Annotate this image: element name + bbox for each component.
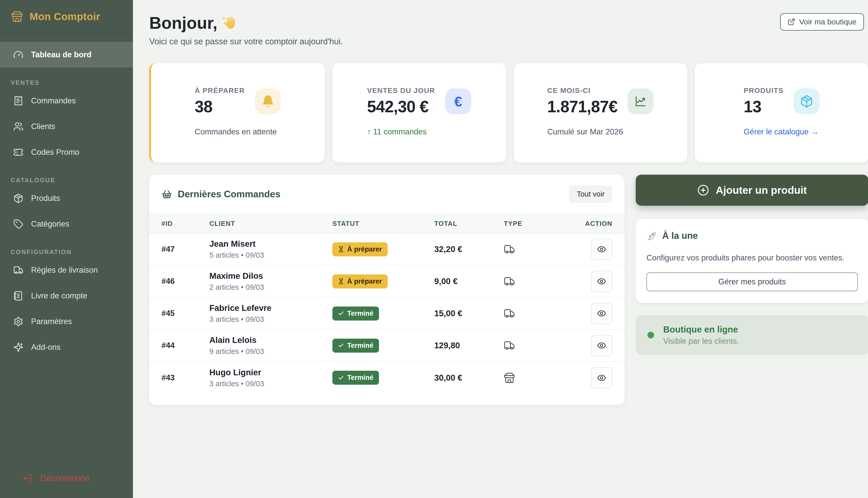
recent-orders-card: Dernières Commandes Tout voir #ID CLIENT… — [149, 175, 624, 405]
sidebar-item-livre-de-compte[interactable]: Livre de compte — [0, 283, 133, 309]
sidebar-item-label: Codes Promo — [31, 148, 79, 157]
stat-label: À PRÉPARER — [195, 87, 245, 95]
ledger-icon — [13, 291, 23, 301]
sidebar-item-regles-livraison[interactable]: Règles de livraison — [0, 257, 133, 283]
orders-title-label: Dernières Commandes — [178, 189, 281, 200]
view-order-button[interactable] — [591, 303, 612, 324]
manage-products-button[interactable]: Gérer mes produits — [646, 272, 858, 291]
logout-label: Déconnexion — [40, 474, 89, 483]
users-icon — [13, 121, 23, 132]
sidebar-section-catalogue: CATALOGUE — [0, 177, 133, 184]
hourglass-icon — [338, 278, 344, 284]
column-header-id: #ID — [149, 214, 209, 233]
order-total: 15,00 € — [434, 297, 504, 329]
sidebar-item-parametres[interactable]: Paramètres — [0, 309, 133, 334]
stat-card-a-preparer: À PRÉPARER 38 Commandes en attente — [149, 63, 325, 162]
client-name: Hugo Lignier — [209, 368, 332, 377]
order-total: 9,00 € — [434, 265, 504, 297]
sidebar-item-label: Add-ons — [31, 343, 60, 352]
column-header-status: STATUT — [332, 214, 434, 233]
external-link-icon — [788, 18, 795, 26]
order-details: 3 articles • 09/03 — [209, 380, 332, 388]
order-total: 129,80 — [434, 329, 504, 362]
shop-status-card: Boutique en ligne Visible par les client… — [636, 315, 868, 355]
stats-row: À PRÉPARER 38 Commandes en attente VENTE — [149, 63, 868, 162]
logout-button[interactable]: Déconnexion — [0, 474, 133, 498]
hourglass-icon — [338, 246, 344, 252]
table-row: #43 Hugo Lignier 3 articles • 09/03 Term… — [149, 362, 624, 394]
sidebar-item-codes-promo[interactable]: Codes Promo — [0, 139, 133, 165]
basket-icon — [161, 189, 172, 200]
page-header: Bonjour, Voici ce qui se passe sur votre… — [149, 13, 868, 46]
order-id: #44 — [149, 329, 209, 362]
app-title: Mon Comptoir — [29, 11, 100, 23]
stat-label: PRODUITS — [744, 87, 784, 95]
sidebar-item-dashboard[interactable]: Tableau de bord — [0, 42, 133, 67]
featured-card: À la une Configurez vos produits phares … — [636, 219, 868, 303]
order-details: 2 articles • 09/03 — [209, 283, 332, 291]
status-label: À préparer — [347, 277, 382, 285]
manage-catalog-link[interactable]: Gérer le catalogue → — [744, 127, 819, 136]
sidebar-item-commandes[interactable]: Commandes — [0, 88, 133, 114]
featured-text: Configurez vos produits phares pour boos… — [646, 252, 858, 263]
sidebar-item-categories[interactable]: Catégories — [0, 211, 133, 237]
view-order-button[interactable] — [591, 367, 612, 389]
eye-icon — [597, 309, 606, 318]
add-product-label: Ajouter un produit — [716, 184, 807, 196]
check-icon — [338, 310, 344, 316]
sidebar-item-label: Produits — [31, 194, 60, 203]
view-all-orders-button[interactable]: Tout voir — [569, 185, 612, 203]
order-total: 30,00 € — [434, 362, 504, 394]
shop-status-title: Boutique en ligne — [663, 324, 739, 335]
stat-card-ce-mois-ci: CE MOIS-CI 1.871,87€ Cumulé sur Mar 2026 — [514, 63, 687, 162]
stat-subtext: Commandes en attente — [195, 127, 281, 136]
eye-icon — [597, 373, 606, 382]
orders-table: #ID CLIENT STATUT TOTAL TYPE ACTION #47 … — [149, 214, 624, 394]
sidebar-item-label: Tableau de bord — [31, 50, 91, 59]
main-content: Bonjour, Voici ce qui se passe sur votre… — [133, 0, 868, 498]
client-name: Fabrice Lefevre — [209, 303, 332, 313]
app-logo: Mon Comptoir — [0, 0, 133, 34]
delivery-truck-icon — [504, 276, 515, 287]
rocket-icon — [646, 230, 658, 241]
ticket-icon — [13, 147, 23, 157]
sidebar-item-produits[interactable]: Produits — [0, 185, 133, 211]
waving-hand-icon — [222, 15, 237, 30]
plus-circle-icon — [697, 184, 709, 196]
order-id: #45 — [149, 297, 209, 329]
table-row: #45 Fabrice Lefevre 3 articles • 09/03 T… — [149, 297, 624, 329]
order-type — [504, 362, 575, 394]
status-badge: Terminé — [332, 371, 379, 385]
sidebar-section-ventes: VENTES — [0, 79, 133, 86]
view-shop-label: Voir ma boutique — [799, 17, 857, 26]
order-id: #43 — [149, 362, 209, 394]
sidebar: Mon Comptoir Tableau de bord VENTES Comm… — [0, 0, 133, 498]
order-details: 9 articles • 09/03 — [209, 347, 332, 356]
client-name: Jean Misert — [209, 239, 332, 249]
sidebar-item-clients[interactable]: Clients — [0, 114, 133, 139]
sidebar-item-label: Commandes — [31, 96, 76, 105]
order-type — [504, 233, 575, 265]
gauge-icon — [13, 50, 23, 60]
add-product-button[interactable]: Ajouter un produit — [636, 175, 868, 206]
stat-label: CE MOIS-CI — [547, 87, 618, 95]
table-row: #46 Maxime Dilos 2 articles • 09/03 À pr… — [149, 265, 624, 297]
sidebar-item-add-ons[interactable]: Add-ons — [0, 334, 133, 360]
order-details: 5 articles • 09/03 — [209, 251, 332, 260]
view-order-button[interactable] — [591, 238, 612, 260]
logout-icon — [23, 474, 32, 483]
check-icon — [338, 375, 344, 381]
order-id: #46 — [149, 265, 209, 297]
eye-icon — [597, 277, 606, 286]
view-order-button[interactable] — [591, 335, 612, 356]
view-shop-button[interactable]: Voir ma boutique — [780, 13, 864, 30]
sidebar-item-label: Paramètres — [31, 317, 72, 326]
view-order-button[interactable] — [591, 271, 612, 292]
sparkles-icon — [13, 342, 23, 352]
stat-value: 13 — [744, 97, 784, 116]
column-header-action: ACTION — [575, 214, 624, 233]
column-header-client: CLIENT — [209, 214, 332, 233]
order-type — [504, 329, 575, 362]
check-icon — [338, 342, 344, 349]
featured-title: À la une — [646, 230, 858, 241]
